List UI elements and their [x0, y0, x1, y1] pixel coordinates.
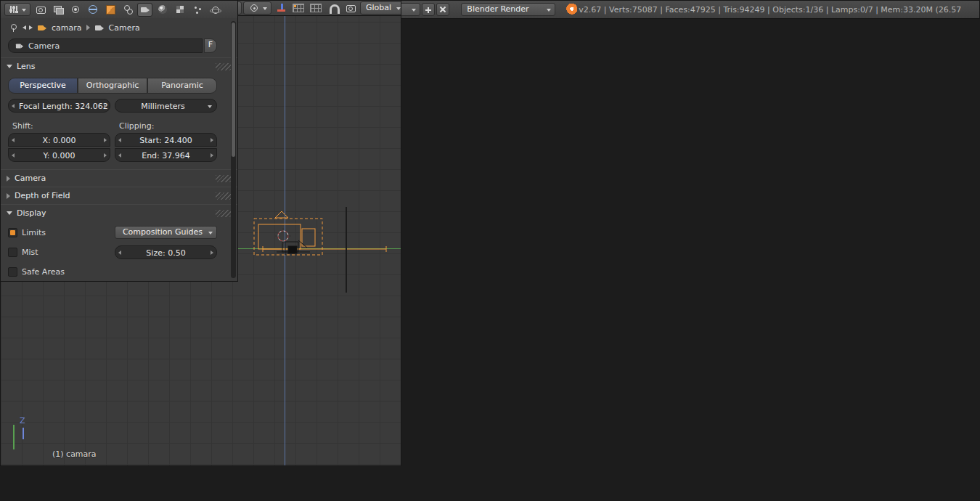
panel-closed-icon: [7, 176, 10, 182]
pivot-icon: [249, 3, 259, 13]
limits-checkbox-row[interactable]: Limits: [8, 226, 110, 240]
properties-tab-scene[interactable]: [68, 3, 83, 17]
properties-tab-object[interactable]: [102, 3, 118, 17]
properties-header: [1, 1, 237, 18]
manipulator-icon: [276, 3, 286, 13]
properties-icon: [8, 4, 18, 15]
depth-of-field-panel-header[interactable]: Depth of Field: [1, 187, 237, 204]
camera-up-triangle: [275, 211, 288, 218]
mini-axis-z-label: Z: [20, 416, 25, 425]
panel-grip[interactable]: [216, 210, 232, 217]
camera-data-tab-icon: [140, 4, 150, 15]
properties-tab-particles[interactable]: [189, 3, 205, 17]
world-tab-icon: [88, 4, 98, 15]
panel-closed-icon: [7, 193, 10, 199]
properties-scrollbar[interactable]: [231, 21, 236, 278]
add-scene-button[interactable]: [422, 3, 435, 16]
manipulator-toggle[interactable]: [273, 1, 289, 15]
physics-tab-icon: [210, 4, 220, 15]
camera-object-overlay[interactable]: [240, 204, 401, 306]
camera-lens[interactable]: [302, 229, 315, 246]
pin-icon[interactable]: [8, 23, 18, 33]
panel-grip[interactable]: [216, 63, 232, 70]
scrollbar-thumb[interactable]: [232, 23, 235, 157]
delete-scene-button[interactable]: [436, 3, 449, 16]
shift-label: Shift:: [8, 121, 110, 131]
magnet-icon: [328, 3, 338, 13]
clipping-label: Clipping:: [115, 121, 217, 131]
limits-checkbox[interactable]: [8, 228, 17, 237]
particles-tab-icon: [192, 4, 203, 15]
object-tab-icon: [105, 4, 115, 15]
lens-panel-body: Perspective Orthographic Panoramic Focal…: [1, 75, 237, 169]
panoramic-button[interactable]: Panoramic: [147, 78, 217, 94]
composition-guides-selector[interactable]: Composition Guides: [115, 226, 217, 239]
camera-data-icon: [15, 41, 24, 50]
properties-tab-material[interactable]: [155, 3, 170, 17]
properties-editor-type-selector[interactable]: [4, 3, 30, 16]
material-tab-icon: [158, 4, 168, 15]
layers-grid-icon: [310, 4, 322, 12]
properties-tab-physics[interactable]: [207, 3, 222, 17]
panel-open-icon: [7, 211, 12, 215]
camera-data-icon: [94, 23, 105, 33]
layers-widget-2[interactable]: [308, 1, 324, 15]
properties-tab-constraints[interactable]: [120, 3, 135, 17]
camera-name-field[interactable]: Camera: [8, 38, 203, 53]
properties-tab-render-layers[interactable]: [50, 3, 65, 17]
mini-axis-z-line: [23, 428, 24, 439]
properties-tab-texture[interactable]: [172, 3, 187, 17]
scene-statistics: v2.67 | Verts:75087 | Faces:47925 | Tris…: [579, 5, 961, 15]
projection-toggle: Perspective Orthographic Panoramic: [1, 78, 237, 94]
camera-name-label: (1) camara: [52, 449, 97, 459]
display-panel-header[interactable]: Display: [1, 204, 237, 221]
properties-tab-render[interactable]: [33, 3, 48, 17]
render-engine-selector[interactable]: Blender Render: [461, 3, 555, 16]
snap-toggle[interactable]: [325, 1, 341, 15]
breadcrumb-separator-icon: [86, 25, 90, 30]
tiny-mesh-object[interactable]: [277, 240, 310, 255]
perspective-button[interactable]: Perspective: [8, 78, 78, 94]
breadcrumb-object[interactable]: camara: [52, 23, 82, 33]
layers-widget[interactable]: [290, 1, 306, 15]
blender-logo-icon: [564, 4, 577, 15]
safe-areas-checkbox-row[interactable]: Safe Areas: [8, 265, 110, 279]
opengl-render-button[interactable]: [343, 1, 359, 15]
breadcrumb: camara Camera: [1, 18, 237, 36]
panel-grip[interactable]: [216, 192, 232, 200]
mini-axis-y-line: [13, 425, 15, 449]
camera-object-icon: [37, 23, 47, 33]
display-panel-body: Limits Composition Guides Mist Size: 0.5…: [1, 226, 237, 279]
breadcrumb-data[interactable]: Camera: [109, 23, 140, 33]
constraints-tab-icon: [123, 4, 133, 15]
properties-tab-object-data[interactable]: [137, 3, 152, 17]
mist-checkbox[interactable]: [8, 248, 17, 257]
texture-tab-icon: [175, 4, 185, 15]
context-arrows-icon[interactable]: [23, 23, 33, 33]
render-camera-icon: [346, 3, 356, 13]
properties-region: camara Camera Camera F Lens Perspective …: [0, 0, 238, 282]
safe-areas-checkbox[interactable]: [8, 267, 17, 277]
display-size-field[interactable]: Size: 0.50: [115, 245, 217, 259]
render-tab-icon: [36, 4, 46, 15]
clip-start-field[interactable]: Start: 24.400: [115, 133, 217, 147]
fake-user-button[interactable]: F: [204, 38, 217, 53]
focal-length-field[interactable]: Focal Length: 324.062: [8, 99, 110, 113]
pivot-selector[interactable]: [243, 1, 271, 15]
panel-grip[interactable]: [216, 175, 232, 182]
camera-body[interactable]: [258, 224, 301, 249]
panel-open-icon: [7, 65, 12, 68]
transform-orientation-selector[interactable]: Global: [360, 1, 401, 15]
shift-x-field[interactable]: X: 0.000: [8, 133, 110, 147]
shift-y-field[interactable]: Y: 0.000: [8, 148, 110, 162]
properties-tab-world[interactable]: [85, 3, 100, 17]
lens-panel-header[interactable]: Lens: [1, 57, 237, 75]
lens-unit-selector[interactable]: Millimeters: [115, 99, 217, 113]
clip-end-field[interactable]: End: 37.964: [115, 148, 217, 162]
scene-tab-icon: [70, 4, 81, 15]
orthographic-button[interactable]: Orthographic: [78, 78, 147, 94]
mist-checkbox-row[interactable]: Mist: [8, 245, 110, 259]
datablock-name-row: Camera F: [1, 36, 237, 57]
blender-window: File Add Render Window Help Default tric…: [0, 0, 980, 501]
camera-panel-header[interactable]: Camera: [1, 169, 237, 187]
